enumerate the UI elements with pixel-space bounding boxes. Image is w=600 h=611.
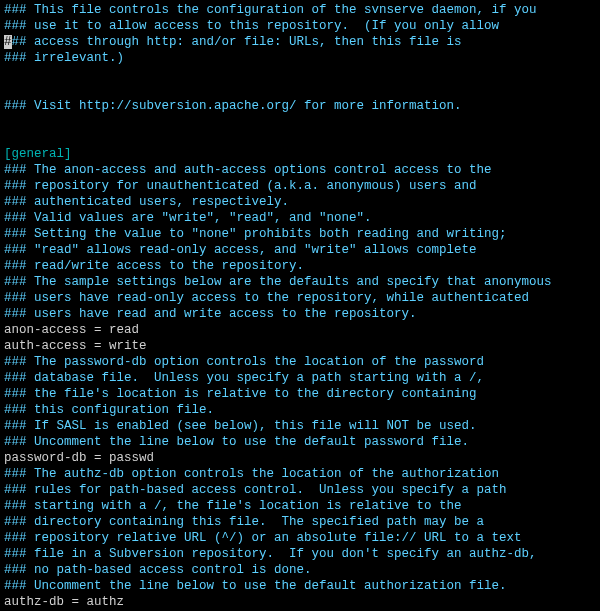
editor-line: ### "read" allows read-only access, and … <box>4 243 477 257</box>
editor-line: ### Valid values are "write", "read", an… <box>4 211 372 225</box>
editor-line: ### This file controls the configuration… <box>4 3 537 17</box>
editor-line: auth-access = write <box>4 339 147 353</box>
editor-line: ### access through http: and/or file: UR… <box>4 35 462 49</box>
editor-line: ### The password-db option controls the … <box>4 355 484 369</box>
editor-line: ### irrelevant.) <box>4 51 124 65</box>
editor-line: ### this configuration file. <box>4 403 214 417</box>
editor-line: ### The sample settings below are the de… <box>4 275 552 289</box>
editor-line: ### directory containing this file. The … <box>4 515 484 529</box>
editor-line: ### no path-based access control is done… <box>4 563 312 577</box>
editor-line: authz-db = authz <box>4 595 124 609</box>
editor-line: ### read/write access to the repository. <box>4 259 304 273</box>
editor-line: ### Visit http://subversion.apache.org/ … <box>4 99 462 113</box>
editor-line <box>4 66 596 82</box>
editor-line: ### database file. Unless you specify a … <box>4 371 484 385</box>
editor-line: ### starting with a /, the file's locati… <box>4 499 462 513</box>
editor-line: password-db = passwd <box>4 451 154 465</box>
editor-line: ### file in a Subversion repository. If … <box>4 547 537 561</box>
editor-line: anon-access = read <box>4 323 139 337</box>
editor-line: ### authenticated users, respectively. <box>4 195 289 209</box>
editor-line: ### The anon-access and auth-access opti… <box>4 163 492 177</box>
editor-line: ### users have read and write access to … <box>4 307 417 321</box>
editor-line: ### repository relative URL (^/) or an a… <box>4 531 522 545</box>
editor-line: ### rules for path-based access control.… <box>4 483 507 497</box>
editor-line: ### The authz-db option controls the loc… <box>4 467 499 481</box>
editor-text: ## access through http: and/or file: URL… <box>12 35 462 49</box>
editor-line: ### Uncomment the line below to use the … <box>4 579 507 593</box>
editor-line: ### use it to allow access to this repos… <box>4 19 499 33</box>
editor-line: ### If SASL is enabled (see below), this… <box>4 419 477 433</box>
text-editor-viewport[interactable]: ### This file controls the configuration… <box>0 0 600 611</box>
editor-line: ### Uncomment the line below to use the … <box>4 435 469 449</box>
editor-line: ### the file's location is relative to t… <box>4 387 477 401</box>
editor-line: ### repository for unauthenticated (a.k.… <box>4 179 477 193</box>
cursor: # <box>4 35 12 49</box>
editor-line: ### Setting the value to "none" prohibit… <box>4 227 507 241</box>
editor-line: ### users have read-only access to the r… <box>4 291 529 305</box>
editor-line <box>4 114 596 130</box>
editor-line: [general] <box>4 147 72 161</box>
